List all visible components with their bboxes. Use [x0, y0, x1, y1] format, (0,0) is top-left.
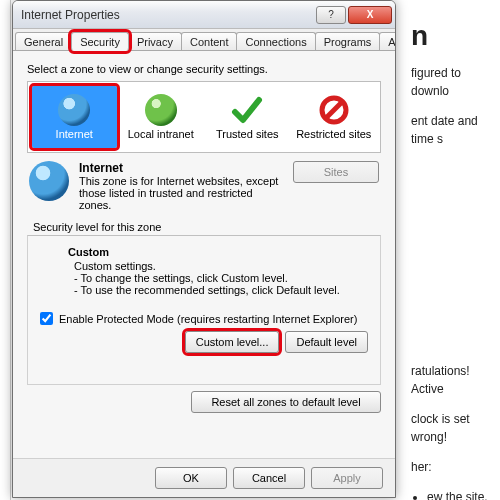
tab-strip: General Security Privacy Content Connect…: [13, 29, 395, 51]
close-icon: X: [367, 9, 374, 20]
reset-all-zones-button[interactable]: Reset all zones to default level: [191, 391, 381, 413]
internet-properties-dialog: Internet Properties ? X General Security…: [12, 0, 396, 498]
apply-button: Apply: [311, 467, 383, 489]
close-button[interactable]: X: [348, 6, 392, 24]
zone-restricted-sites[interactable]: Restricted sites: [292, 86, 377, 148]
protected-mode-checkbox[interactable]: [40, 312, 53, 325]
tab-privacy[interactable]: Privacy: [128, 32, 182, 50]
custom-title: Custom: [68, 246, 109, 258]
zone-local-intranet[interactable]: Local intranet: [119, 86, 204, 148]
zone-internet[interactable]: Internet: [32, 86, 117, 148]
zone-label: Local intranet: [128, 128, 194, 140]
custom-subtitle: Custom settings.: [74, 260, 368, 272]
zone-description: Internet This zone is for Internet websi…: [29, 161, 379, 211]
zone-trusted-sites[interactable]: Trusted sites: [205, 86, 290, 148]
help-button[interactable]: ?: [316, 6, 346, 24]
custom-line: - To change the settings, click Custom l…: [74, 272, 368, 284]
ok-button[interactable]: OK: [155, 467, 227, 489]
background-text: clock is set wrong!: [411, 410, 490, 446]
default-level-button[interactable]: Default level: [285, 331, 368, 353]
tab-programs[interactable]: Programs: [315, 32, 381, 50]
tab-content[interactable]: Content: [181, 32, 238, 50]
background-list-item: ew the site.: [427, 488, 490, 500]
zone-selector: Internet Local intranet Trusted sites Re…: [27, 81, 381, 153]
zone-detail-name: Internet: [79, 161, 123, 175]
globe2-icon: [145, 94, 177, 126]
tab-advanced[interactable]: Advanced: [379, 32, 396, 50]
background-text: ent date and time s: [411, 112, 490, 148]
zone-instruction: Select a zone to view or change security…: [27, 63, 381, 75]
tab-general[interactable]: General: [15, 32, 72, 50]
no-entry-icon: [318, 94, 350, 126]
zone-label: Restricted sites: [296, 128, 371, 140]
zone-label: Trusted sites: [216, 128, 279, 140]
custom-level-button[interactable]: Custom level...: [185, 331, 280, 353]
security-level-box: Custom Custom settings. - To change the …: [27, 235, 381, 385]
zone-detail-description: This zone is for Internet websites, exce…: [79, 175, 279, 211]
background-heading: n: [411, 20, 490, 52]
dialog-title: Internet Properties: [21, 8, 315, 22]
check-icon: [231, 94, 263, 126]
cancel-button[interactable]: Cancel: [233, 467, 305, 489]
globe-icon: [58, 94, 90, 126]
sites-button: Sites: [293, 161, 379, 183]
tab-connections[interactable]: Connections: [236, 32, 315, 50]
dialog-button-row: OK Cancel Apply: [13, 458, 395, 497]
background-text: ratulations! Active: [411, 362, 490, 398]
background-list: ew the site. able ActiveX. on the securi…: [411, 488, 490, 500]
background-text: figured to downlo: [411, 64, 490, 100]
svg-line-1: [326, 102, 342, 118]
security-level-label: Security level for this zone: [33, 221, 381, 233]
titlebar[interactable]: Internet Properties ? X: [13, 1, 395, 29]
tab-security[interactable]: Security: [71, 32, 129, 51]
tab-body: Select a zone to view or change security…: [13, 51, 395, 458]
background-text: her:: [411, 458, 490, 476]
protected-mode-label[interactable]: Enable Protected Mode (requires restarti…: [59, 313, 357, 325]
help-icon: ?: [328, 9, 334, 20]
globe-icon: [29, 161, 69, 201]
custom-line: - To use the recommended settings, click…: [74, 284, 368, 296]
zone-label: Internet: [56, 128, 93, 140]
